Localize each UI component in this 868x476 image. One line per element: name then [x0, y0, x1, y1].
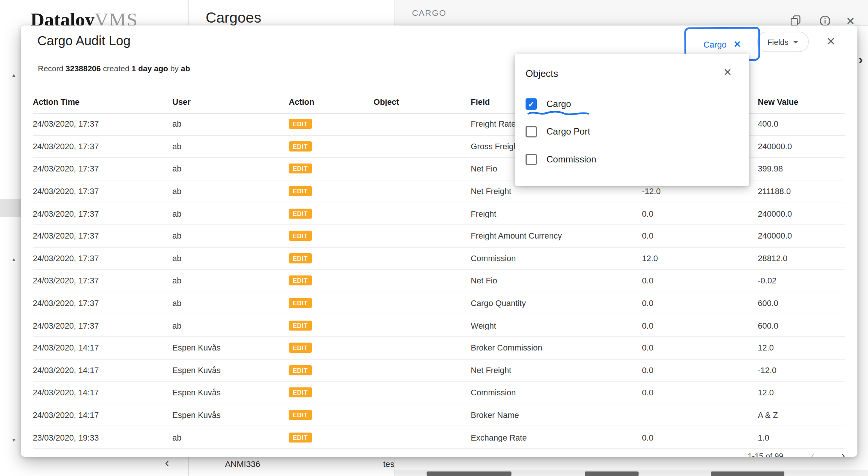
- pagination-range: 1-15 of 99: [748, 451, 784, 457]
- cell-new-value: 12.0: [758, 388, 846, 397]
- table-row: 24/03/2020, 14:17 Espen Kuvås EDIT Commi…: [33, 382, 845, 404]
- cell-new-value: 600.0: [758, 321, 846, 330]
- cell-old-value: 0.0: [642, 433, 758, 442]
- edit-action-badge: EDIT: [289, 387, 312, 398]
- cell-new-value: -0.02: [758, 276, 846, 285]
- cell-action: EDIT: [289, 275, 374, 286]
- cell-action: EDIT: [289, 320, 374, 331]
- collapse-chevron-icon[interactable]: ‹: [165, 456, 169, 469]
- cell-user: ab: [173, 231, 289, 240]
- cell-field: Commission: [471, 254, 642, 263]
- cell-action-time: 24/03/2020, 17:37: [33, 321, 173, 330]
- cell-new-value: 240000.0: [758, 231, 846, 240]
- cell-user: Espen Kuvås: [173, 410, 289, 419]
- cell-new-value: 28812.0: [758, 254, 846, 263]
- chevron-down-icon: [793, 40, 799, 43]
- chip-label: Cargo: [703, 39, 726, 49]
- fields-dropdown-button[interactable]: Fields: [757, 32, 809, 52]
- object-checkbox-option[interactable]: Commission: [515, 145, 750, 173]
- sidebar-scroll-down-icon[interactable]: ▼: [11, 437, 16, 443]
- edit-action-badge: EDIT: [289, 343, 312, 353]
- cell-new-value: 600.0: [758, 298, 846, 308]
- option-label: Cargo: [547, 99, 571, 109]
- cell-user: ab: [173, 142, 289, 151]
- record-summary: Record 32388206 created 1 day ago by ab: [38, 64, 190, 73]
- cell-user: ab: [173, 321, 289, 330]
- table-row: 24/03/2020, 17:37 ab EDIT Cargo Quantity…: [33, 292, 845, 314]
- table-row: 24/03/2020, 17:37 ab EDIT Weight 0.0 600…: [33, 315, 845, 337]
- clipped-text-fragment: [427, 471, 512, 476]
- chip-remove-icon[interactable]: ✕: [733, 38, 741, 49]
- edit-action-badge: EDIT: [289, 186, 312, 196]
- cell-new-value: -12.0: [758, 366, 846, 375]
- edit-action-badge: EDIT: [289, 119, 312, 129]
- cell-user: ab: [173, 209, 289, 218]
- checkbox-icon[interactable]: [526, 126, 537, 137]
- cell-field: Net Fio: [471, 276, 642, 285]
- option-label: Commission: [547, 154, 596, 164]
- panel-expand-chevron-icon[interactable]: ›: [859, 52, 863, 68]
- cell-field: Exchange Rate: [471, 433, 642, 442]
- edit-action-badge: EDIT: [289, 164, 312, 174]
- edit-action-badge: EDIT: [289, 410, 312, 420]
- record-author: ab: [181, 64, 190, 73]
- pagination-prev-icon[interactable]: ‹: [811, 450, 815, 457]
- cell-old-value: 0.0: [642, 321, 758, 330]
- cell-old-value: 0.0: [642, 388, 758, 397]
- sidebar-scroll-up-icon[interactable]: ▲: [11, 72, 16, 78]
- cell-field: Net Freight: [471, 366, 642, 375]
- pagination-next-icon[interactable]: ›: [842, 450, 845, 457]
- cell-action: EDIT: [289, 253, 374, 263]
- record-created-ago: 1 day ago: [131, 64, 168, 73]
- cell-user: Espen Kuvås: [173, 366, 289, 375]
- edit-action-badge: EDIT: [289, 275, 312, 286]
- option-label: Cargo Port: [547, 126, 590, 136]
- cell-field: Freight Amount Currency: [471, 231, 642, 240]
- cell-action: EDIT: [289, 432, 374, 442]
- cell-action-time: 24/03/2020, 14:17: [33, 366, 173, 375]
- cell-action-time: 24/03/2020, 17:37: [33, 254, 173, 263]
- cell-user: ab: [173, 119, 289, 129]
- record-id: 32388206: [66, 64, 101, 73]
- cell-action: EDIT: [289, 343, 374, 353]
- objects-list: ✓ Cargo Cargo Port Commission: [515, 90, 750, 173]
- popup-close-icon[interactable]: ✕: [723, 66, 732, 79]
- checkbox-icon[interactable]: ✓: [526, 98, 537, 109]
- checkbox-icon[interactable]: [526, 153, 537, 165]
- edit-action-badge: EDIT: [289, 253, 312, 263]
- cell-action: EDIT: [289, 208, 374, 219]
- edit-action-badge: EDIT: [289, 320, 312, 331]
- cell-new-value: 240000.0: [758, 142, 846, 151]
- cell-field: Commission: [471, 388, 642, 397]
- cell-user: ab: [173, 164, 289, 173]
- info-icon-svg: [819, 15, 831, 27]
- column-header: Object: [374, 97, 471, 106]
- cell-action-time: 24/03/2020, 17:37: [33, 298, 173, 308]
- table-row: 24/03/2020, 17:37 ab EDIT Net Fio 0.0 -0…: [33, 270, 845, 292]
- cell-old-value: -12.0: [642, 187, 758, 196]
- object-checkbox-option[interactable]: Cargo Port: [515, 118, 750, 145]
- cargo-filter-chip[interactable]: Cargo ✕: [703, 38, 741, 49]
- record-label: Record: [38, 64, 64, 73]
- record-created-label: created: [103, 64, 129, 73]
- table-row: 24/03/2020, 17:37 ab EDIT Freight Amount…: [33, 225, 845, 247]
- edit-action-badge: EDIT: [289, 365, 312, 375]
- cell-field: Weight: [471, 321, 642, 330]
- cell-action: EDIT: [289, 186, 374, 196]
- background-page-title: Cargoes: [206, 9, 261, 27]
- table-row: 24/03/2020, 14:17 Espen Kuvås EDIT Broke…: [33, 404, 845, 426]
- cell-new-value: 399.98: [758, 164, 846, 173]
- popup-title: Objects: [526, 69, 558, 80]
- cell-new-value: 12.0: [758, 343, 846, 352]
- column-header: New Value: [758, 97, 846, 106]
- cell-user: ab: [173, 254, 289, 263]
- edit-action-badge: EDIT: [289, 298, 312, 308]
- cell-new-value: 240000.0: [758, 209, 846, 218]
- modal-close-icon[interactable]: ✕: [826, 35, 836, 48]
- cell-action-time: 24/03/2020, 17:37: [33, 187, 173, 196]
- sidebar-scroll-up-icon[interactable]: ▲: [11, 257, 16, 262]
- cell-action-time: 24/03/2020, 17:37: [33, 164, 173, 173]
- cell-action: EDIT: [289, 298, 374, 308]
- clipped-text-fragment: [711, 471, 784, 476]
- copy-icon-svg: [791, 15, 801, 27]
